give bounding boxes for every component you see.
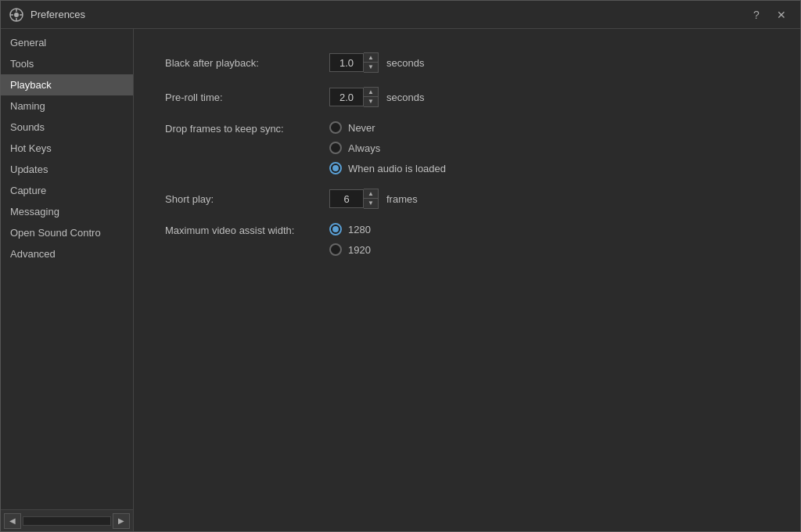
max-video-1280-radio[interactable]: [329, 223, 342, 235]
short-play-down[interactable]: ▼: [364, 199, 378, 208]
pre-roll-time-control: ▲ ▼ seconds: [329, 87, 424, 107]
sidebar-item-advanced[interactable]: Advanced: [1, 243, 133, 264]
max-video-1280-row: 1280: [329, 223, 371, 235]
short-play-input[interactable]: [329, 189, 364, 208]
drop-frames-never-radio[interactable]: [329, 121, 342, 134]
max-video-label: Maximum video assist width:: [165, 223, 329, 256]
black-after-playback-control: ▲ ▼ seconds: [329, 52, 424, 73]
sidebar-list: General Tools Playback Naming Sounds Hot…: [1, 29, 133, 509]
preferences-window: Preferences ? ✕ General Tools Playback N…: [0, 0, 801, 532]
content-area: General Tools Playback Naming Sounds Hot…: [1, 29, 800, 531]
drop-frames-section: Drop frames to keep sync: Never Always W…: [165, 121, 769, 174]
max-video-radio-group: 1280 1920: [329, 223, 371, 256]
max-video-1920-label: 1920: [348, 244, 371, 256]
short-play-up[interactable]: ▲: [364, 189, 378, 199]
scroll-left-button[interactable]: ◀: [4, 513, 21, 529]
short-play-arrows: ▲ ▼: [364, 189, 379, 209]
black-after-playback-up[interactable]: ▲: [364, 53, 378, 63]
window-title: Preferences: [31, 9, 745, 20]
sidebar-scrollbar: ◀ ▶: [1, 509, 133, 531]
short-play-control: ▲ ▼ frames: [329, 189, 418, 209]
close-button[interactable]: ✕: [770, 4, 792, 26]
sidebar-item-updates[interactable]: Updates: [1, 159, 133, 180]
drop-frames-radio-group: Never Always When audio is loaded: [329, 121, 446, 174]
drop-frames-when-audio-radio[interactable]: [329, 162, 342, 174]
max-video-1920-row: 1920: [329, 243, 371, 256]
scroll-track[interactable]: [23, 516, 111, 526]
pre-roll-time-arrows: ▲ ▼: [364, 87, 379, 107]
svg-point-1: [14, 13, 19, 17]
max-video-1920-radio[interactable]: [329, 243, 342, 256]
pre-roll-time-unit: seconds: [386, 92, 424, 103]
pre-roll-time-row: Pre-roll time: ▲ ▼ seconds: [165, 87, 769, 107]
drop-frames-when-audio-label: When audio is loaded: [348, 163, 446, 174]
drop-frames-when-audio-row: When audio is loaded: [329, 162, 446, 174]
black-after-playback-unit: seconds: [386, 57, 424, 69]
drop-frames-never-label: Never: [348, 122, 375, 134]
help-button[interactable]: ?: [745, 4, 767, 26]
sidebar-item-naming[interactable]: Naming: [1, 95, 133, 117]
drop-frames-always-radio[interactable]: [329, 142, 342, 154]
titlebar: Preferences ? ✕: [1, 1, 800, 29]
drop-frames-always-label: Always: [348, 142, 380, 154]
sidebar: General Tools Playback Naming Sounds Hot…: [1, 29, 134, 531]
short-play-label: Short play:: [165, 193, 329, 205]
short-play-unit: frames: [386, 193, 418, 205]
black-after-playback-arrows: ▲ ▼: [364, 52, 379, 73]
app-icon: [9, 7, 24, 23]
drop-frames-label: Drop frames to keep sync:: [165, 121, 329, 174]
black-after-playback-label: Black after playback:: [165, 57, 329, 69]
black-after-playback-row: Black after playback: ▲ ▼ seconds: [165, 52, 769, 73]
pre-roll-time-input[interactable]: [329, 88, 364, 106]
sidebar-item-opensound[interactable]: Open Sound Contro: [1, 222, 133, 243]
sidebar-item-hotkeys[interactable]: Hot Keys: [1, 138, 133, 159]
sidebar-item-playback[interactable]: Playback: [1, 74, 133, 95]
short-play-spinbox: ▲ ▼: [329, 189, 379, 209]
short-play-row: Short play: ▲ ▼ frames: [165, 189, 769, 209]
sidebar-item-messaging[interactable]: Messaging: [1, 201, 133, 222]
sidebar-item-tools[interactable]: Tools: [1, 53, 133, 74]
sidebar-item-capture[interactable]: Capture: [1, 180, 133, 201]
black-after-playback-spinbox: ▲ ▼: [329, 52, 379, 73]
max-video-1280-label: 1280: [348, 224, 371, 235]
drop-frames-always-row: Always: [329, 142, 446, 154]
main-panel: Black after playback: ▲ ▼ seconds Pre-ro…: [134, 29, 800, 531]
pre-roll-time-label: Pre-roll time:: [165, 92, 329, 103]
black-after-playback-down[interactable]: ▼: [364, 63, 378, 72]
scroll-right-button[interactable]: ▶: [113, 513, 130, 529]
max-video-section: Maximum video assist width: 1280 1920: [165, 223, 769, 256]
black-after-playback-input[interactable]: [329, 53, 364, 72]
titlebar-controls: ? ✕: [745, 4, 792, 26]
sidebar-item-general[interactable]: General: [1, 32, 133, 53]
drop-frames-never-row: Never: [329, 121, 446, 134]
pre-roll-time-up[interactable]: ▲: [364, 88, 378, 97]
sidebar-item-sounds[interactable]: Sounds: [1, 117, 133, 138]
pre-roll-time-spinbox: ▲ ▼: [329, 87, 379, 107]
pre-roll-time-down[interactable]: ▼: [364, 97, 378, 106]
